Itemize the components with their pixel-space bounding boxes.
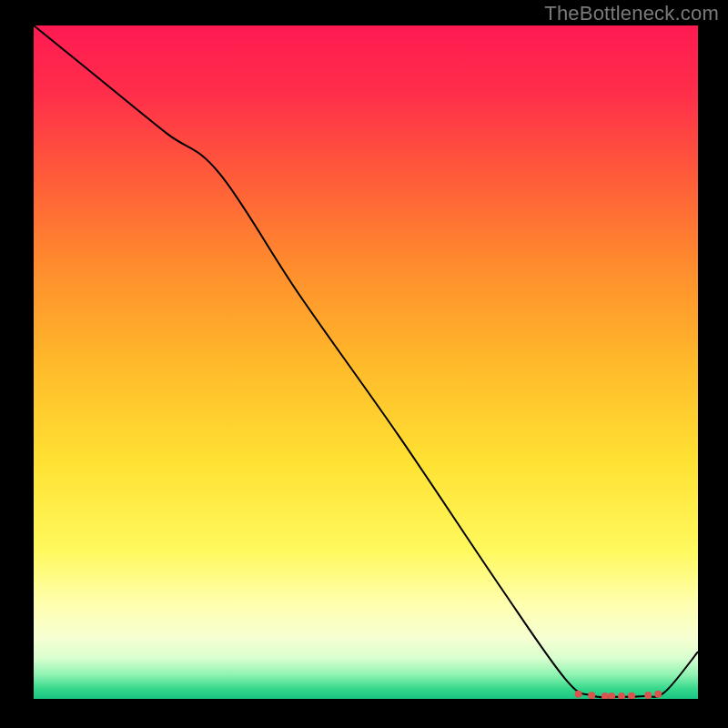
chart-svg bbox=[34, 25, 698, 699]
watermark-text: TheBottleneck.com bbox=[544, 2, 719, 25]
plot-area bbox=[32, 25, 696, 699]
optimal-marker bbox=[654, 691, 662, 698]
optimal-marker bbox=[588, 692, 595, 699]
chart-container: TheBottleneck.com bbox=[0, 0, 728, 728]
gradient-background bbox=[34, 25, 698, 699]
optimal-marker bbox=[575, 691, 582, 698]
optimal-marker bbox=[644, 692, 652, 699]
